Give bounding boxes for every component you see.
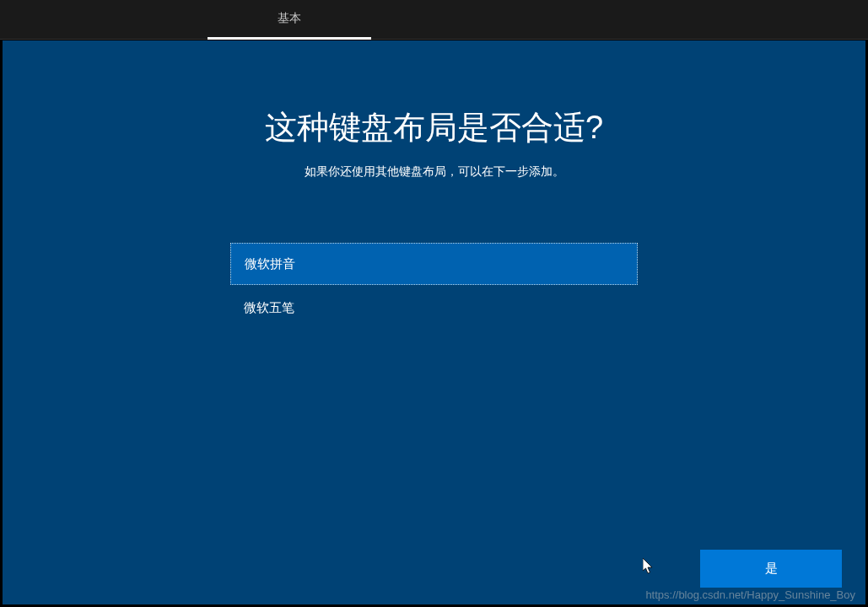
watermark-text: https://blog.csdn.net/Happy_Sunshine_Boy — [645, 588, 855, 601]
option-label: 微软五笔 — [244, 300, 294, 316]
page-subtitle: 如果你还使用其他键盘布局，可以在下一步添加。 — [305, 164, 564, 180]
option-label: 微软拼音 — [245, 256, 295, 272]
keyboard-options-list: 微软拼音 微软五笔 — [230, 243, 638, 329]
page-title: 这种键盘布局是否合适? — [265, 106, 603, 149]
confirm-button[interactable]: 是 — [700, 550, 842, 588]
keyboard-option-wubi[interactable]: 微软五笔 — [230, 287, 638, 329]
top-bar: 基本 — [0, 0, 868, 40]
keyboard-option-pinyin[interactable]: 微软拼音 — [230, 243, 638, 285]
button-label: 是 — [765, 561, 778, 577]
main-content: 这种键盘布局是否合适? 如果你还使用其他键盘布局，可以在下一步添加。 微软拼音 … — [3, 40, 865, 604]
tab-basic[interactable]: 基本 — [208, 0, 371, 40]
tab-label: 基本 — [278, 11, 301, 26]
